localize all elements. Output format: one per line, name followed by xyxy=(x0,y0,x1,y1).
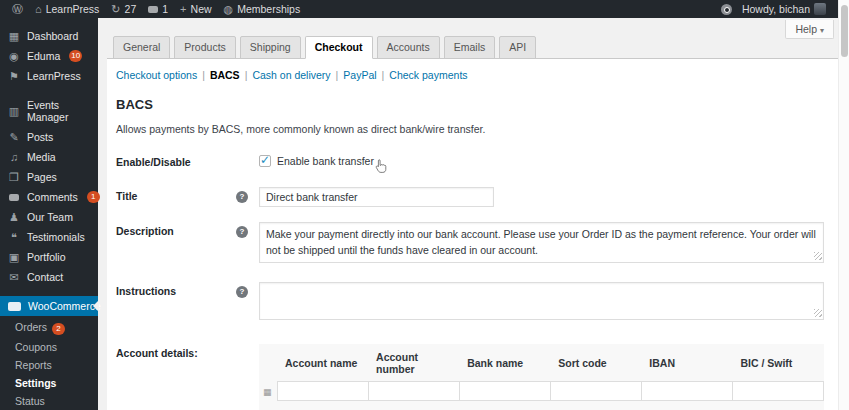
updates-button[interactable]: ↻ 27 xyxy=(105,3,142,15)
help-tip-icon[interactable]: ? xyxy=(236,226,248,238)
plus-icon: + xyxy=(180,4,186,15)
new-button[interactable]: + New xyxy=(174,3,217,15)
woocommerce-submenu: Orders 2 Coupons Reports Settings Status… xyxy=(0,316,98,410)
sort-code-input[interactable] xyxy=(551,383,641,400)
column-account-name: Account name xyxy=(277,345,368,382)
team-icon: ♟ xyxy=(8,212,20,223)
tab-checkout[interactable]: Checkout xyxy=(305,36,373,59)
eduma-icon: ◉ xyxy=(8,51,20,62)
account-name-input[interactable] xyxy=(278,383,368,400)
bic-swift-input[interactable] xyxy=(733,383,823,400)
subnav-paypal[interactable]: PayPal xyxy=(343,69,376,81)
howdy-text: Howdy, bichan xyxy=(742,3,810,15)
tab-api[interactable]: API xyxy=(499,36,536,59)
description-textarea[interactable]: Make your payment directly into our bank… xyxy=(259,222,824,263)
new-label: New xyxy=(191,3,212,15)
column-iban: IBAN xyxy=(641,345,732,382)
submenu-item-settings[interactable]: Settings xyxy=(0,374,98,392)
orders-badge: 2 xyxy=(52,323,65,335)
sidebar-item-contact[interactable]: ✉ Contact xyxy=(0,267,98,287)
tab-products[interactable]: Products xyxy=(174,36,235,59)
sidebar-item-testimonials[interactable]: ❝ Testimonials xyxy=(0,227,98,247)
account-details-table: Account name Account number Bank name So… xyxy=(259,345,824,401)
sidebar-item-learnpress[interactable]: ⚑ LearnPress xyxy=(0,66,98,86)
sidebar-item-woocommerce[interactable]: WooCommerce xyxy=(0,296,98,316)
checkout-subnav: Checkout optionsBACSCash on deliveryPayP… xyxy=(116,69,824,81)
memberships-icon: ◍ xyxy=(224,4,234,15)
testimonials-icon: ❝ xyxy=(8,232,20,243)
enable-row: Enable/Disable Enable bank transfer xyxy=(116,153,824,173)
tab-general[interactable]: General xyxy=(113,36,170,59)
posts-icon: ✎ xyxy=(8,132,20,143)
scrollbar-thumb[interactable] xyxy=(841,5,848,57)
sidebar-item-pages[interactable]: ❐ Pages xyxy=(0,167,98,187)
submenu-item-orders[interactable]: Orders 2 xyxy=(0,318,98,338)
page-title: BACS xyxy=(116,97,824,112)
wordpress-admin-screen: Ⓦ ⌂ LearnPress ↻ 27 1 + New ◍ Membership… xyxy=(0,0,849,410)
submenu-item-status[interactable]: Status xyxy=(0,392,98,410)
submenu-item-coupons[interactable]: Coupons xyxy=(0,338,98,356)
account-details-panel: Account name Account number Bank name So… xyxy=(259,344,824,410)
subnav-checkout-options[interactable]: Checkout options xyxy=(116,69,197,81)
dashboard-icon: ▦ xyxy=(8,31,20,42)
sidebar-item-our-team[interactable]: ♟ Our Team xyxy=(0,207,98,227)
plugin-status-icon[interactable] xyxy=(721,4,732,15)
bank-name-input[interactable] xyxy=(460,383,550,400)
sidebar-item-events-manager[interactable]: ▥ Events Manager xyxy=(0,95,98,127)
help-tip-icon[interactable]: ? xyxy=(236,191,248,203)
enable-checkbox-label: Enable bank transfer xyxy=(277,153,374,167)
cursor-hand-icon xyxy=(375,159,387,173)
sidebar-item-media[interactable]: ♫ Media xyxy=(0,147,98,167)
contact-icon: ✉ xyxy=(8,272,20,283)
scrollbar[interactable] xyxy=(838,0,849,410)
comments-bubble-icon xyxy=(8,192,20,203)
instructions-label: Instructions xyxy=(116,282,236,297)
sidebar-item-posts[interactable]: ✎ Posts xyxy=(0,127,98,147)
admin-bar: Ⓦ ⌂ LearnPress ↻ 27 1 + New ◍ Membership… xyxy=(0,0,838,18)
sidebar-item-dashboard[interactable]: ▦ Dashboard xyxy=(0,26,98,46)
account-details-row: Account details: Account name Account nu… xyxy=(116,344,824,410)
help-tip-icon[interactable]: ? xyxy=(236,286,248,298)
site-link[interactable]: ⌂ LearnPress xyxy=(29,3,105,15)
column-account-number: Account number xyxy=(368,345,459,382)
woocommerce-icon xyxy=(8,302,21,311)
sidebar-item-eduma[interactable]: ◉ Eduma 10 xyxy=(0,46,98,66)
updates-icon: ↻ xyxy=(111,4,120,15)
home-icon: ⌂ xyxy=(35,4,42,15)
sidebar-item-portfolio[interactable]: ▣ Portfolio xyxy=(0,247,98,267)
submenu-item-reports[interactable]: Reports xyxy=(0,356,98,374)
subnav-cash-on-delivery[interactable]: Cash on delivery xyxy=(252,69,330,81)
tab-shipping[interactable]: Shipping xyxy=(240,36,301,59)
enable-bank-transfer-checkbox[interactable] xyxy=(259,155,271,167)
title-input[interactable] xyxy=(259,187,494,207)
avatar xyxy=(814,3,826,15)
comments-badge: 1 xyxy=(87,191,100,203)
subnav-check-payments[interactable]: Check payments xyxy=(389,69,467,81)
settings-tabs: General Products Shipping Checkout Accou… xyxy=(107,36,838,59)
sidebar-item-comments[interactable]: Comments 1 xyxy=(0,187,98,207)
iban-input[interactable] xyxy=(642,383,732,400)
wordpress-logo-icon: Ⓦ xyxy=(12,4,23,15)
memberships-label: Memberships xyxy=(237,3,300,15)
eduma-badge: 10 xyxy=(69,50,82,62)
site-name: LearnPress xyxy=(46,3,100,15)
drag-handle-icon[interactable]: ▦ xyxy=(263,387,272,397)
account-number-input[interactable] xyxy=(369,383,459,400)
settings-panel: Checkout optionsBACSCash on deliveryPayP… xyxy=(107,58,838,410)
account-details-label: Account details: xyxy=(116,344,236,359)
chevron-down-icon: ▾ xyxy=(820,26,824,35)
tab-emails[interactable]: Emails xyxy=(444,36,496,59)
admin-sidebar: ▦ Dashboard ◉ Eduma 10 ⚑ LearnPress ▥ Ev… xyxy=(0,18,98,410)
wordpress-menu-button[interactable]: Ⓦ xyxy=(6,4,29,15)
description-label: Description xyxy=(116,222,236,237)
comments-button[interactable]: 1 xyxy=(142,3,174,15)
memberships-button[interactable]: ◍ Memberships xyxy=(218,3,307,15)
main-content: Help▾ General Products Shipping Checkout… xyxy=(98,18,849,410)
learnpress-icon: ⚑ xyxy=(8,71,20,82)
tab-accounts[interactable]: Accounts xyxy=(377,36,440,59)
media-icon: ♫ xyxy=(8,152,20,163)
instructions-textarea[interactable] xyxy=(259,282,824,320)
column-bank-name: Bank name xyxy=(459,345,550,382)
account-menu[interactable]: Howdy, bichan xyxy=(736,3,832,15)
column-bic-swift: BIC / Swift xyxy=(732,345,823,382)
